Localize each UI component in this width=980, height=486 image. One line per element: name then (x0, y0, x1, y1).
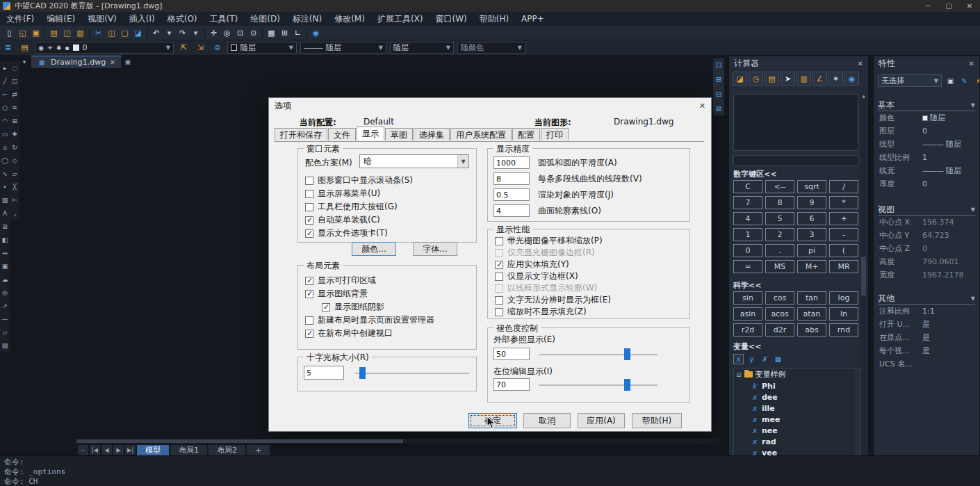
calc-key[interactable]: 2 (765, 228, 794, 241)
table-icon[interactable]: ⊞ (1, 220, 10, 233)
dialog-tab[interactable]: 打开和保存 (275, 128, 327, 140)
cut-icon[interactable]: ✂ (92, 26, 105, 39)
variable-row[interactable]: x dee (734, 391, 860, 403)
calc-key[interactable]: M+ (797, 260, 826, 273)
zoom-realtime-icon[interactable]: ◎ (220, 26, 234, 39)
clear-icon[interactable]: ◪ (733, 72, 747, 86)
revcloud-icon[interactable]: ☁ (1, 273, 10, 286)
calc-key[interactable]: abs (797, 323, 826, 337)
viewports-icon[interactable]: ▦ (265, 26, 278, 39)
property-row[interactable]: 注释比例 ——— 1:1 (874, 305, 979, 318)
option-checkbox[interactable]: 显示屏幕菜单(U) (305, 187, 476, 200)
plot-icon[interactable]: ▤ (47, 26, 60, 39)
option-checkbox[interactable]: 自动菜单装载(C) (305, 213, 476, 227)
dialog-tab[interactable]: 用户系统配置 (450, 128, 512, 140)
tab-list-icon[interactable]: ▾ (19, 58, 29, 65)
paste-icon[interactable]: ▢ (118, 26, 131, 39)
region-icon[interactable]: ▣ (1, 259, 10, 273)
arc-smoothness-input[interactable]: 1000 (493, 156, 530, 169)
zoom-window-icon[interactable]: ⊡ (234, 26, 247, 39)
erase-icon[interactable]: ◌ (10, 61, 19, 74)
last-tab-icon[interactable]: ▶| (125, 445, 136, 455)
option-checkbox[interactable]: 显示文件选项卡(T) (305, 227, 476, 240)
option-checkbox[interactable]: 新建布局时显示页面设置管理器 (305, 314, 476, 327)
calc-key[interactable]: MS (765, 260, 794, 273)
block-icon[interactable]: ◧ (1, 233, 10, 246)
option-checkbox[interactable]: 文字无法分辨时显示为框(E) (495, 294, 689, 306)
prev-tab-icon[interactable]: ◀ (101, 445, 112, 455)
option-checkbox[interactable]: 以线框形式显示轮廓(W) (495, 282, 689, 294)
layer-isolate-icon[interactable]: ⊜ (211, 42, 224, 54)
option-checkbox[interactable]: 显示图纸阴影 (322, 300, 476, 314)
calc-key[interactable]: acos (765, 307, 794, 321)
menu-item[interactable]: APP+ (515, 12, 550, 26)
match-properties-icon[interactable]: ◪ (131, 26, 145, 39)
dialog-tab[interactable]: 文件 (328, 128, 356, 140)
plotstyle-dropdown[interactable]: 随颜色 ▼ (457, 42, 525, 54)
copy-object-icon[interactable]: ◫ (10, 74, 19, 88)
option-checkbox[interactable]: 显示可打印区域 (305, 274, 476, 287)
option-checkbox[interactable]: 带光栅图像平移和缩放(P) (495, 235, 689, 247)
scrollbar[interactable]: ▼ (855, 368, 860, 459)
calc-key[interactable]: - (829, 228, 858, 241)
ungroup-icon[interactable]: ⊠ (715, 104, 721, 113)
calc-key[interactable]: 6 (797, 212, 826, 225)
calc-key[interactable]: 9 (797, 196, 826, 209)
collapse-icon[interactable]: ⊟ (736, 371, 742, 378)
paste-as-block-icon[interactable]: ⊞ (715, 75, 721, 84)
layout-tab[interactable]: 模型 (137, 445, 169, 455)
hatch-icon[interactable]: ▨ (1, 193, 10, 206)
menu-item[interactable]: 工具(T) (204, 12, 245, 26)
scroll-thumb[interactable] (861, 257, 866, 295)
option-checkbox[interactable]: 工具栏使用大按钮(G) (305, 200, 476, 213)
property-row[interactable]: 颜色 ——— 随层 (874, 111, 979, 124)
section-header[interactable]: 其他 ▼ (878, 293, 975, 305)
property-row[interactable]: 在原点... ——— 是 (874, 331, 979, 344)
dialog-tab[interactable]: 打印 (541, 128, 569, 140)
calc-key[interactable]: 7 (733, 196, 762, 209)
dialog-tab[interactable]: 显示 (357, 127, 384, 140)
xline-icon[interactable]: ― (1, 312, 10, 325)
inplace-fade-input[interactable]: 70 (493, 378, 530, 391)
xref-fade-input[interactable]: 50 (493, 348, 530, 360)
linetype-dropdown[interactable]: ——— 随层 ▼ (300, 42, 386, 54)
slider-thumb[interactable] (624, 348, 630, 360)
property-row[interactable]: 中心点 X ——— 196.374 (874, 216, 979, 229)
calc-key[interactable]: * (829, 196, 858, 209)
calc-key[interactable]: 4 (733, 212, 762, 225)
text-icon[interactable]: A (1, 206, 10, 220)
scientific-section-label[interactable]: 科学<< (733, 280, 761, 291)
calc-key[interactable]: . (765, 244, 794, 257)
property-row[interactable]: 宽度 ——— 1967.2178 (874, 268, 979, 282)
property-row[interactable]: 线型比例 ——— 1 (874, 151, 979, 164)
menu-item[interactable]: 格式(O) (161, 12, 204, 26)
inplace-fade-slider[interactable] (539, 384, 658, 386)
calc-key[interactable]: sqrt (797, 180, 826, 193)
variable-details-icon[interactable]: ▦ (773, 354, 783, 364)
paste-to-commandline-icon[interactable]: ▤ (765, 72, 779, 86)
variable-row[interactable]: x nee (734, 425, 860, 436)
command-line-area[interactable]: 命令:命令: _options命令: CH (0, 455, 980, 486)
menu-item[interactable]: 标注(N) (286, 12, 328, 26)
section-header[interactable]: 基本 ▼ (878, 99, 975, 111)
point-icon[interactable]: • (1, 180, 10, 193)
lineweight-dropdown[interactable]: 随层 ▼ (390, 42, 454, 54)
file-tab[interactable]: ▦ Drawing1.dwg ✕ (31, 56, 121, 68)
polygon-icon[interactable]: ⌂ (1, 140, 10, 154)
property-row[interactable]: UCS 名... ——— (874, 357, 979, 371)
calc-key[interactable]: 3 (797, 228, 826, 241)
spline-icon[interactable]: ∿ (1, 167, 10, 180)
calc-key[interactable]: cos (765, 291, 794, 305)
horizontal-scrollbar[interactable] (76, 439, 719, 444)
calc-key[interactable]: 1 (733, 228, 762, 241)
dimension-icon[interactable]: ↔ (1, 246, 10, 259)
polyline-icon[interactable]: ⌐ (1, 88, 10, 101)
property-row[interactable]: 每个视... ——— 是 (874, 344, 979, 357)
menu-item[interactable]: 绘图(D) (244, 12, 286, 26)
calc-key[interactable]: / (829, 180, 858, 193)
offset-icon[interactable]: ≡ (10, 101, 19, 114)
calc-key[interactable]: asin (733, 307, 762, 321)
edit-variable-icon[interactable]: y (746, 354, 757, 364)
history-icon[interactable]: ◷ (749, 72, 763, 86)
redo-icon[interactable]: ↷ (176, 26, 189, 39)
